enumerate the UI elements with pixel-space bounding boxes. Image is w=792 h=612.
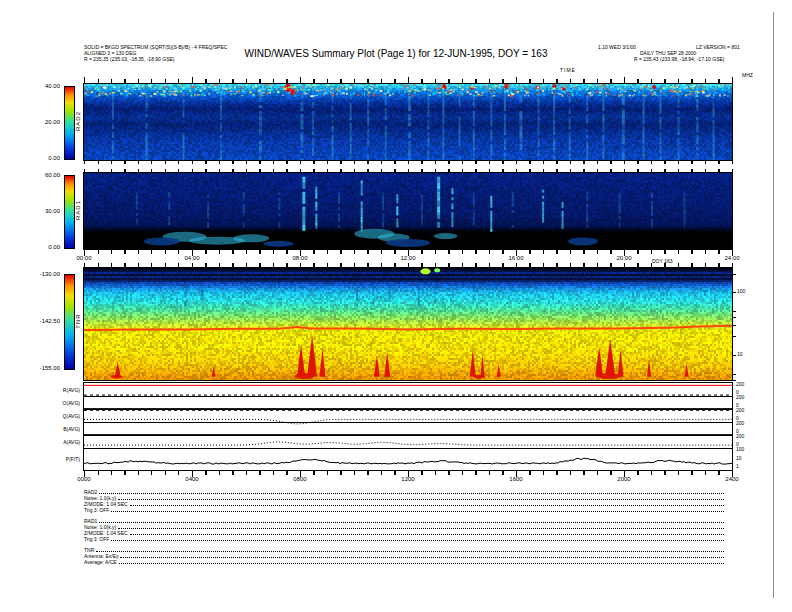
rad2-colorbar	[64, 86, 75, 160]
tnr-right-tick-mark	[733, 292, 736, 293]
legend-dotted-leader	[119, 563, 724, 564]
tnr-top-ticks	[84, 263, 733, 267]
bottom-time-tick-label: 1200	[401, 476, 414, 482]
page-title: WIND/WAVES Summary Plot (Page 1) for 12-…	[245, 48, 548, 59]
colorbar-tick-label: 0.00	[26, 244, 60, 250]
waves-summary-plot-page: SOLID = BKGD SPECTRUM (SQRT(S)(S-B)/B) -…	[0, 0, 792, 612]
colorbar-tick-label: -142.50	[26, 318, 60, 324]
legend-row-label: Trig 3: OFF	[84, 508, 109, 513]
legend-dotted-leader	[118, 528, 724, 529]
tnr-right-tick-label: 10	[737, 352, 743, 357]
tnr-right-tick-mark	[733, 325, 736, 326]
tnr-spectrogram	[83, 267, 733, 381]
strip-row-label: P(FIT)	[42, 456, 80, 462]
colorbar-tick-label: 40.00	[26, 83, 60, 89]
strip-row-label: O(AVG)	[42, 400, 80, 406]
rad1-top-ticks	[84, 169, 733, 172]
bottom-time-tick-label: 0400	[185, 476, 198, 482]
housekeeping-line-panels	[83, 382, 733, 471]
mid-time-tick-label: 16:00	[508, 255, 523, 261]
tnr-right-tick-mark	[733, 274, 736, 275]
mid-time-tick-label: 24:00	[724, 255, 739, 261]
mid-time-tick-label: 04:00	[184, 255, 199, 261]
mid-time-tick-label: 00:00	[76, 255, 91, 261]
mid-time-tick-label: 08:00	[292, 255, 307, 261]
top-axis-minor-ticks	[84, 79, 733, 83]
tnr-colorbar	[64, 274, 75, 370]
legend-row-label: Average: A/CE	[84, 560, 117, 565]
legend-dotted-leader	[118, 499, 724, 500]
time-axis-label: TIME	[560, 67, 576, 73]
bottom-time-tick-label: 0800	[293, 476, 306, 482]
strip-right-tick-label: 200	[736, 421, 744, 426]
rad1-spectrogram	[83, 172, 733, 250]
bottom-axis-minor-ticks	[84, 471, 733, 475]
mid-time-tick-label: 12:00	[400, 255, 415, 261]
bottom-time-tick-label: 2400	[725, 476, 738, 482]
rad1-axis-label: RAD1	[75, 195, 81, 225]
tnr-right-tick-mark	[733, 355, 736, 356]
legend-row: Average: A/CE	[84, 559, 724, 565]
bottom-time-tick-label: 2000	[617, 476, 630, 482]
legend-dotted-leader	[99, 522, 724, 523]
colorbar-tick-label: 30.00	[26, 208, 60, 214]
mid-axis-minor-ticks	[84, 250, 733, 254]
legend-row-label: Trig 3: OFF	[84, 537, 109, 542]
strip-right-tick-label: 200	[736, 382, 744, 387]
strip-right-tick-label: 1	[736, 464, 739, 469]
header-version: 1.10 WED 3/1/00	[598, 44, 636, 50]
strip-right-tick-label: 200	[736, 434, 744, 439]
tnr-right-tick-mark	[733, 374, 736, 375]
strip-right-tick-label: 200	[736, 408, 744, 413]
doy-label: DOY 163	[652, 258, 672, 264]
strip-row-label: B(AVG)	[42, 426, 80, 432]
bottom-time-tick-label: 0000	[77, 476, 90, 482]
mid-time-tick-label: 20:00	[616, 255, 631, 261]
footer-legend-block: RAD2Noise: 1.0(k.y)Z/MODE: 1.04 SECTrig …	[84, 489, 724, 565]
colorbar-tick-label: -130.00	[26, 271, 60, 277]
tnr-right-tick-mark	[733, 311, 736, 312]
legend-dotted-leader	[99, 493, 724, 494]
tnr-right-tick-mark	[733, 317, 736, 318]
strip-row-label: A(AVG)	[42, 439, 80, 445]
rad1-colorbar	[64, 175, 75, 249]
legend-dotted-leader	[96, 551, 724, 552]
mhz-unit-label: MHZ	[742, 72, 753, 78]
header-right-position: R = 235.43 (233.98, -18.94, -17.10 GSE)	[634, 56, 724, 62]
legend-dotted-leader	[111, 511, 724, 512]
colorbar-tick-label: 20.00	[26, 119, 60, 125]
legend-dotted-leader	[120, 557, 724, 558]
tnr-right-tick-label: 100	[737, 289, 745, 294]
legend-dotted-leader	[130, 534, 724, 535]
tnr-axis-label: TNR	[75, 306, 81, 336]
colorbar-tick-label: 0.00	[26, 155, 60, 161]
bottom-time-tick-label: 1600	[509, 476, 522, 482]
rad2-axis-label: RAD2	[75, 106, 81, 136]
strip-right-tick-label: 10	[736, 456, 742, 461]
rad2-spectrogram	[83, 83, 733, 161]
rad2-bottom-ticks	[84, 161, 733, 164]
strip-right-tick-label: 200	[736, 395, 744, 400]
legend-dotted-leader	[130, 505, 724, 506]
right-margin-line	[773, 12, 774, 598]
legend-row: Trig 3: OFF	[84, 507, 724, 513]
strip-row-label: R(AVG)	[42, 387, 80, 393]
header-lz-version: LZ VERSION = 801	[696, 44, 740, 50]
legend-row: Trig 3: OFF	[84, 536, 724, 542]
header-left-position: R = 235.35 (235.03, -18.35, -18.90 GSE)	[84, 56, 174, 62]
colorbar-tick-label: 60.00	[26, 172, 60, 178]
strip-row-label: Q(AVG)	[42, 413, 80, 419]
colorbar-tick-label: -155.00	[26, 365, 60, 371]
legend-dotted-leader	[111, 540, 724, 541]
tnr-right-tick-mark	[733, 336, 736, 337]
strip-right-tick-label: 100	[736, 447, 744, 452]
